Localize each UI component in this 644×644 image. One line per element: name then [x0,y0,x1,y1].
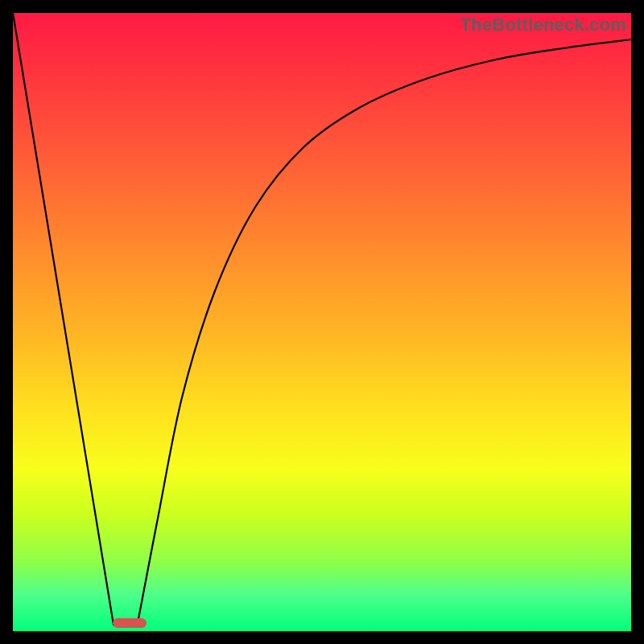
chart-frame: TheBottleneck.com [0,0,644,644]
left-line-path [13,13,114,625]
valley-marker [113,618,147,628]
curves-svg [13,13,631,631]
plot-area: TheBottleneck.com [13,13,631,631]
right-curve-path [138,39,631,623]
